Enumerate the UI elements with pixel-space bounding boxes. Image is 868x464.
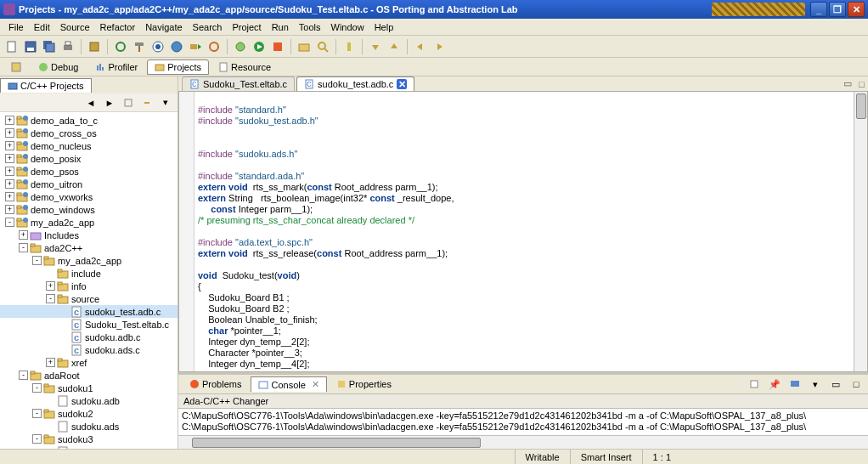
tree-node[interactable]: csudoku_test.adb.c: [0, 305, 178, 318]
projects-view-tab[interactable]: C/C++ Projects: [0, 78, 92, 93]
tree-expand-icon[interactable]: +: [5, 205, 14, 214]
tree-node[interactable]: -sudoku2: [0, 407, 178, 420]
editor-maximize-icon[interactable]: □: [855, 77, 868, 91]
tree-node[interactable]: -adaRoot: [0, 369, 178, 382]
console-pin-icon[interactable]: 📌: [766, 376, 783, 393]
tree-expand-icon[interactable]: -: [46, 294, 55, 303]
console-tab-close[interactable]: ✕: [312, 379, 319, 390]
menu-file[interactable]: File: [3, 20, 29, 34]
tree-node[interactable]: -ada2C++: [0, 241, 178, 254]
perspective-profiler[interactable]: Profiler: [87, 59, 145, 75]
new-folder-button[interactable]: [296, 38, 313, 55]
next-annot-button[interactable]: [367, 38, 384, 55]
tree-node[interactable]: +demo_cross_os: [0, 127, 178, 139]
menu-project[interactable]: Project: [227, 20, 266, 34]
tree-node[interactable]: csudoku.adb.c: [0, 331, 178, 343]
tree-expand-icon[interactable]: +: [46, 358, 55, 367]
console-clear-icon[interactable]: [746, 376, 763, 393]
console-max-icon[interactable]: □: [848, 376, 865, 393]
print-button[interactable]: [59, 38, 76, 55]
tree-node[interactable]: +demo_ada_to_c: [0, 114, 178, 127]
tree-expand-icon[interactable]: +: [5, 116, 14, 125]
mark-button[interactable]: [341, 38, 358, 55]
tree-node[interactable]: -my_ada2c_app: [0, 254, 178, 267]
tree-node[interactable]: -sudoku3: [0, 433, 178, 445]
tree-node[interactable]: +demo_uitron: [0, 178, 178, 190]
search-button[interactable]: [314, 38, 331, 55]
tree-node[interactable]: include: [0, 267, 178, 280]
tree-node[interactable]: +xref: [0, 356, 178, 369]
tree-node[interactable]: csudoku.ads.c: [0, 343, 178, 356]
editor-tab-close-icon[interactable]: ✕: [397, 79, 407, 89]
globe-button[interactable]: [168, 38, 185, 55]
tree-expand-icon[interactable]: +: [46, 281, 55, 291]
hscroll-thumb[interactable]: [192, 438, 481, 448]
console-hscrollbar[interactable]: [178, 435, 868, 449]
tree-expand-icon[interactable]: +: [5, 179, 14, 189]
tree-expand-icon[interactable]: +: [5, 141, 14, 150]
perspective-open[interactable]: [3, 59, 29, 75]
perspective-debug[interactable]: Debug: [31, 59, 86, 75]
editor-vscrollbar[interactable]: [854, 92, 867, 371]
close-button[interactable]: ✕: [848, 2, 865, 17]
tree-expand-icon[interactable]: +: [5, 154, 14, 163]
menu-refactor[interactable]: Refactor: [95, 20, 141, 34]
menu-run[interactable]: Run: [267, 20, 294, 34]
refresh-button[interactable]: [112, 38, 129, 55]
menu-source[interactable]: Source: [55, 20, 95, 34]
menu-window[interactable]: Window: [326, 20, 369, 34]
console-output[interactable]: C:\MapuSoft\OSC776-1\Tools\Ada\windows\b…: [178, 409, 868, 435]
external-button[interactable]: [269, 38, 286, 55]
console-display-icon[interactable]: [786, 376, 803, 393]
tree-node[interactable]: +info: [0, 280, 178, 292]
console-min-icon[interactable]: ▭: [827, 376, 844, 393]
link-icon[interactable]: [138, 94, 155, 111]
tree-expand-icon[interactable]: -: [32, 434, 42, 444]
hammer-button[interactable]: [131, 38, 148, 55]
tree-node[interactable]: +demo_nucleus: [0, 139, 178, 152]
fwd-nav-icon[interactable]: ►: [101, 94, 118, 111]
menu-search[interactable]: Search: [188, 20, 228, 34]
editor-content[interactable]: #include "standard.h"#include "sudoku_te…: [194, 92, 854, 371]
perspective-projects[interactable]: Projects: [147, 59, 209, 75]
run-last-button[interactable]: [187, 38, 204, 55]
menu-help[interactable]: Help: [369, 20, 399, 34]
problems-tab[interactable]: Problems: [182, 376, 249, 392]
save-button[interactable]: [22, 38, 39, 55]
forward-button[interactable]: [431, 38, 448, 55]
new-button[interactable]: [3, 38, 20, 55]
tree-expand-icon[interactable]: +: [19, 230, 28, 240]
tree-node[interactable]: +Includes: [0, 229, 178, 241]
tree-expand-icon[interactable]: +: [5, 128, 14, 138]
tree-node[interactable]: +demo_posix: [0, 152, 178, 165]
tree-expand-icon[interactable]: +: [5, 167, 14, 176]
menu-tools[interactable]: Tools: [294, 20, 326, 34]
restore-button[interactable]: ❐: [829, 2, 846, 17]
build-button[interactable]: [86, 38, 103, 55]
tree-expand-icon[interactable]: -: [32, 409, 42, 418]
back-nav-icon[interactable]: ◄: [82, 94, 99, 111]
debug-button[interactable]: [232, 38, 249, 55]
tree-expand-icon[interactable]: -: [19, 243, 28, 252]
sync-button[interactable]: [206, 38, 223, 55]
menu-navigate[interactable]: Navigate: [140, 20, 187, 34]
target-button[interactable]: [149, 38, 166, 55]
collapse-icon[interactable]: [120, 94, 137, 111]
project-tree[interactable]: +demo_ada_to_c+demo_cross_os+demo_nucleu…: [0, 112, 178, 449]
menu-edit[interactable]: Edit: [29, 20, 55, 34]
tree-node[interactable]: -sudoku1: [0, 382, 178, 394]
prev-annot-button[interactable]: [386, 38, 403, 55]
editor-tab-0[interactable]: c Sudoku_Test.eltab.c: [182, 76, 295, 91]
run-button[interactable]: [251, 38, 268, 55]
editor-minimize-icon[interactable]: ▭: [840, 76, 855, 91]
tree-node[interactable]: sudoku.ads: [0, 420, 178, 433]
console-open-icon[interactable]: ▾: [807, 376, 824, 393]
tree-node[interactable]: sudoku.adb: [0, 394, 178, 407]
tree-node[interactable]: -source: [0, 292, 178, 305]
perspective-resource[interactable]: Resource: [211, 59, 279, 75]
tree-expand-icon[interactable]: +: [5, 192, 14, 201]
menu-icon[interactable]: ▾: [157, 94, 174, 111]
tree-node[interactable]: cSudoku_Test.eltab.c: [0, 318, 178, 331]
back-button[interactable]: [412, 38, 429, 55]
tree-expand-icon[interactable]: -: [19, 371, 28, 380]
